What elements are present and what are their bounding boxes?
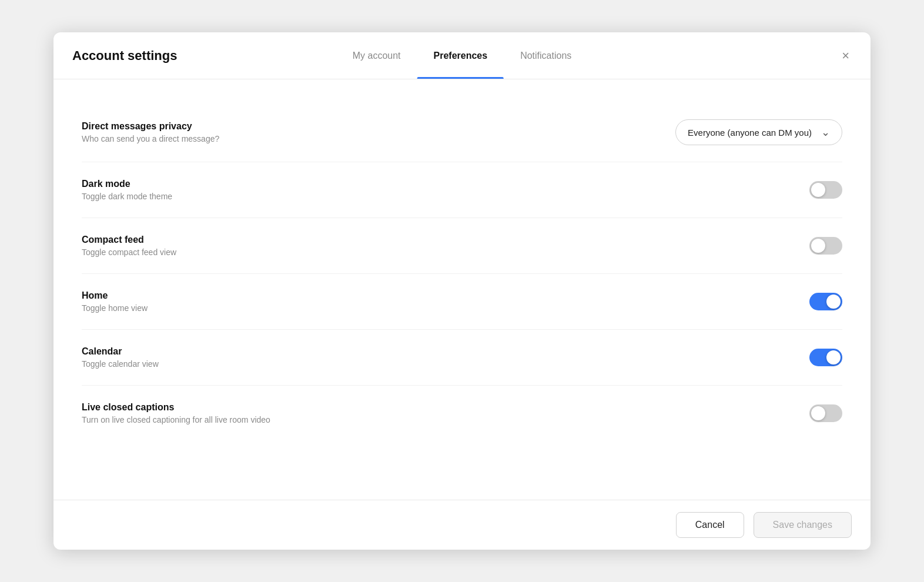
dm-privacy-control: Everyone (anyone can DM you) ⌄ [675, 119, 842, 145]
home-info: Home Toggle home view [82, 290, 791, 313]
compact-feed-description: Toggle compact feed view [82, 247, 791, 257]
tab-notifications[interactable]: Notifications [504, 32, 588, 79]
dm-privacy-label: Direct messages privacy [82, 121, 657, 132]
tab-my-account[interactable]: My account [336, 32, 417, 79]
dark-mode-toggle[interactable] [809, 181, 842, 199]
dm-privacy-dropdown[interactable]: Everyone (anyone can DM you) ⌄ [675, 119, 842, 145]
account-settings-modal: Account settings My account Preferences … [53, 32, 871, 550]
live-captions-info: Live closed captions Turn on live closed… [82, 402, 791, 424]
calendar-description: Toggle calendar view [82, 359, 791, 369]
live-captions-description: Turn on live closed captioning for all l… [82, 415, 791, 424]
tab-nav: My account Preferences Notifications [336, 32, 588, 79]
save-changes-button[interactable]: Save changes [754, 512, 852, 538]
modal-footer: Cancel Save changes [53, 500, 871, 550]
chevron-down-icon: ⌄ [821, 126, 830, 139]
setting-row-home: Home Toggle home view [82, 274, 842, 330]
live-captions-control [809, 404, 842, 422]
setting-row-dark-mode: Dark mode Toggle dark mode theme [82, 162, 842, 218]
modal-title: Account settings [72, 48, 177, 63]
compact-feed-toggle-knob [811, 239, 825, 253]
setting-row-compact-feed: Compact feed Toggle compact feed view [82, 218, 842, 274]
calendar-info: Calendar Toggle calendar view [82, 346, 791, 369]
setting-row-calendar: Calendar Toggle calendar view [82, 330, 842, 386]
cancel-button[interactable]: Cancel [676, 512, 744, 538]
modal-header: Account settings My account Preferences … [53, 32, 871, 79]
calendar-control [809, 349, 842, 366]
dark-mode-description: Toggle dark mode theme [82, 192, 791, 201]
dm-privacy-info: Direct messages privacy Who can send you… [82, 121, 657, 143]
calendar-toggle[interactable] [809, 349, 842, 366]
live-captions-toggle[interactable] [809, 404, 842, 422]
home-toggle[interactable] [809, 293, 842, 310]
home-toggle-knob [826, 295, 841, 309]
compact-feed-toggle[interactable] [809, 237, 842, 255]
compact-feed-label: Compact feed [82, 235, 791, 245]
compact-feed-control [809, 237, 842, 255]
close-button[interactable]: × [839, 47, 852, 65]
home-description: Toggle home view [82, 303, 791, 313]
setting-row-live-captions: Live closed captions Turn on live closed… [82, 386, 842, 441]
tab-preferences[interactable]: Preferences [417, 32, 504, 79]
live-captions-toggle-knob [811, 406, 825, 420]
dm-privacy-dropdown-value: Everyone (anyone can DM you) [688, 128, 812, 138]
modal-body: Direct messages privacy Who can send you… [53, 79, 871, 500]
home-control [809, 293, 842, 310]
home-label: Home [82, 290, 791, 301]
compact-feed-info: Compact feed Toggle compact feed view [82, 235, 791, 257]
calendar-toggle-knob [826, 350, 841, 364]
live-captions-label: Live closed captions [82, 402, 791, 413]
dark-mode-info: Dark mode Toggle dark mode theme [82, 179, 791, 201]
dark-mode-label: Dark mode [82, 179, 791, 189]
dark-mode-toggle-knob [811, 183, 825, 197]
calendar-label: Calendar [82, 346, 791, 357]
setting-row-dm-privacy: Direct messages privacy Who can send you… [82, 103, 842, 162]
dm-privacy-description: Who can send you a direct message? [82, 134, 657, 143]
dark-mode-control [809, 181, 842, 199]
